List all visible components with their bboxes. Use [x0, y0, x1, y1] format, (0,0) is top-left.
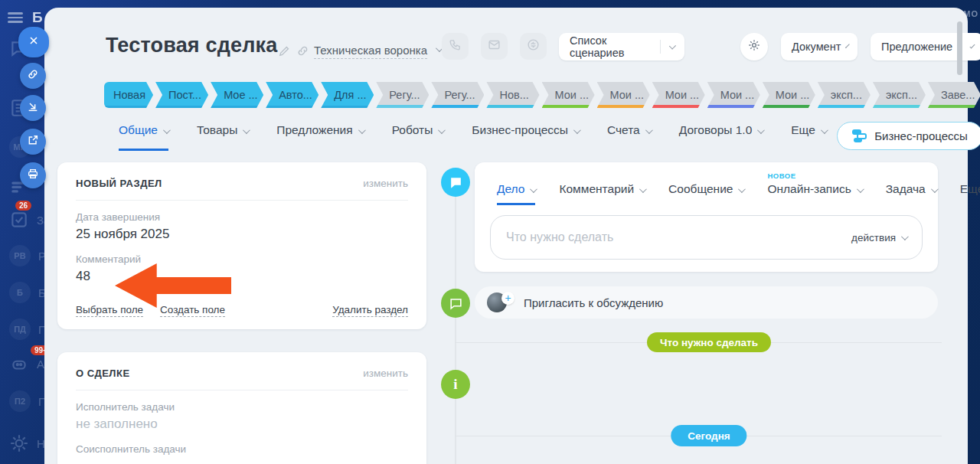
phone-icon: [449, 38, 462, 54]
gear-icon: [747, 38, 761, 55]
pipeline-stage[interactable]: Заве...: [928, 82, 980, 108]
pipeline-stage[interactable]: Мое ...: [211, 82, 263, 108]
document-button[interactable]: Документ: [781, 33, 858, 60]
composer-tabs: ДелоКомментарийСообщениеНОВОЕОнлайн-запи…: [475, 162, 938, 205]
edit-link[interactable]: изменить: [363, 368, 408, 379]
close-button[interactable]: [18, 27, 49, 57]
chevron-down-icon: [163, 126, 171, 134]
pipeline-stage[interactable]: Мои ...: [542, 82, 595, 108]
composer-tab[interactable]: Комментарий: [559, 182, 645, 205]
pipeline-stage[interactable]: Пост...: [155, 82, 208, 108]
deal-tab[interactable]: Роботы: [392, 123, 444, 151]
field[interactable]: Исполнитель задачи не заполнено: [76, 401, 408, 432]
todo-input[interactable]: [506, 230, 851, 244]
what-to-do-pill[interactable]: Что нужно сделать: [647, 332, 771, 352]
chevron-down-icon: [438, 126, 446, 134]
pipeline-stage[interactable]: Мои ...: [707, 82, 760, 108]
chevron-down-icon: [757, 126, 765, 134]
page-title: Тестовая сделка: [106, 34, 278, 57]
checkbox-icon: [9, 210, 29, 230]
composer-tab[interactable]: Еще: [960, 182, 980, 205]
pipeline-stage[interactable]: Регу...: [431, 82, 484, 108]
pipeline-stage[interactable]: Мои ...: [652, 82, 705, 108]
sidebar-item-rv[interactable]: РВ Р: [9, 245, 46, 266]
composer-tab[interactable]: НОВОЕОнлайн-запись: [767, 182, 861, 205]
new-badge: НОВОЕ: [767, 172, 795, 180]
sidebar-item-pd[interactable]: ПД П: [9, 319, 47, 340]
chevron-down-icon: [645, 126, 653, 134]
app-screen: Б ОМО МИ За 26 РВ Р Б Б ПД П А 99+ П2 П …: [0, 0, 980, 464]
pipeline-stage[interactable]: эксп...: [818, 82, 871, 108]
chevron-down-icon: [738, 185, 746, 193]
field[interactable]: Комментарий 48: [76, 253, 408, 284]
section-title: НОВЫЙ РАЗДЕЛ: [76, 178, 162, 189]
pipeline-stage[interactable]: Новая: [104, 82, 153, 108]
logo-fragment: Б: [32, 9, 43, 26]
arrow-down-right-icon: [27, 100, 39, 116]
chevron-down-icon: [669, 42, 676, 49]
composer-tab[interactable]: Сообщение: [668, 182, 743, 205]
tasks-counter-badge: 26: [15, 201, 31, 211]
select-field-link[interactable]: Выбрать поле: [76, 304, 143, 317]
call-button[interactable]: [442, 33, 469, 60]
print-button[interactable]: [20, 162, 46, 188]
create-field-link[interactable]: Создать поле: [160, 304, 225, 317]
scrollbar[interactable]: [957, 21, 962, 75]
robot-icon: [9, 354, 29, 374]
pipeline-stage[interactable]: эксп...: [873, 82, 926, 108]
scenario-list-button[interactable]: Список сценариев: [559, 33, 684, 60]
deal-tab[interactable]: Общие: [119, 123, 168, 151]
pipeline-stage[interactable]: Для ...: [321, 82, 374, 108]
chevron-down-icon: [821, 126, 828, 134]
chevron-down-icon: [573, 126, 581, 134]
copy-link-button[interactable]: [20, 63, 46, 89]
deal-tab[interactable]: Товары: [197, 123, 248, 151]
chevron-down-icon: [901, 233, 909, 240]
pipeline-selector[interactable]: Техническая воронка: [314, 44, 427, 59]
edit-title-icon[interactable]: [278, 44, 291, 57]
section-new-card: НОВЫЙ РАЗДЕЛ изменить Дата завершения 25…: [57, 162, 426, 329]
avatar: Б: [9, 282, 31, 303]
pipeline-stage[interactable]: Нов...: [486, 82, 539, 108]
deal-tab[interactable]: Счета: [607, 123, 651, 151]
field[interactable]: Соисполнитель задачи: [76, 443, 408, 455]
chat-button[interactable]: [520, 33, 547, 60]
open-in-new-window-button[interactable]: [20, 129, 46, 155]
edit-link[interactable]: изменить: [363, 178, 408, 189]
settings-button[interactable]: [740, 33, 768, 60]
offer-button[interactable]: Предложение: [871, 33, 980, 60]
sidebar-item-ai[interactable]: А: [9, 354, 44, 374]
actions-dropdown[interactable]: действия: [851, 232, 896, 243]
delete-section-link[interactable]: Удалить раздел: [332, 304, 408, 317]
sidebar-item-p2[interactable]: П2 П: [9, 390, 47, 412]
pipeline-stage[interactable]: Мои ...: [763, 82, 815, 108]
chevron-down-icon: [931, 185, 939, 193]
deal-tab[interactable]: Еще: [791, 123, 826, 151]
minimize-button[interactable]: [20, 95, 46, 121]
pipeline-stage[interactable]: Авто...: [266, 82, 318, 108]
add-person-icon: +: [501, 292, 514, 305]
hamburger-menu-icon[interactable]: [8, 12, 23, 23]
avatar: РВ: [9, 245, 31, 266]
chevron-down-icon: [358, 126, 366, 134]
deal-tab[interactable]: Бизнес-процессы: [472, 123, 579, 151]
copy-link-icon[interactable]: [296, 44, 309, 57]
chevron-down-icon: [243, 126, 250, 134]
pipeline-stage[interactable]: Мои ...: [597, 82, 650, 108]
sidebar-item-settings[interactable]: Н: [9, 433, 45, 453]
deal-tab[interactable]: Договоры 1.0: [679, 123, 763, 151]
sidebar-item-b[interactable]: Б Б: [9, 282, 46, 303]
chevron-down-icon: [969, 43, 975, 48]
composer-tab[interactable]: Дело: [497, 182, 535, 205]
gear-icon: [9, 433, 29, 453]
todo-input-box: действия: [490, 215, 923, 260]
close-icon: [28, 34, 40, 50]
composer-tab[interactable]: Задача: [886, 182, 936, 205]
field[interactable]: Дата завершения 25 ноября 2025: [76, 211, 408, 242]
deal-tabs: ОбщиеТоварыПредложенияРоботыБизнес-проце…: [119, 123, 826, 151]
email-button[interactable]: [481, 33, 508, 60]
invite-bar[interactable]: + Пригласить к обсуждению: [475, 286, 938, 319]
pipeline-stage[interactable]: Регу...: [376, 82, 429, 108]
deal-tab[interactable]: Предложения: [276, 123, 363, 151]
business-processes-button[interactable]: Бизнес-процессы: [837, 122, 980, 150]
